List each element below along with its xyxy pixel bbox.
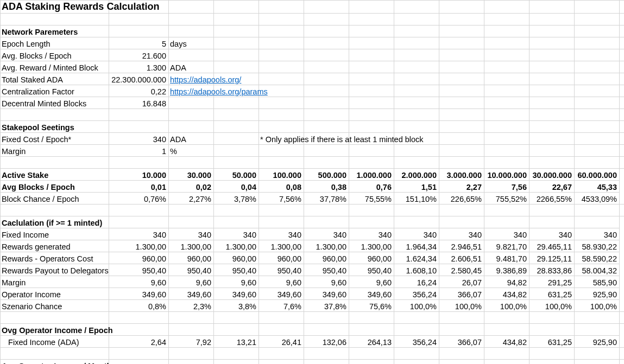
param-value: 1 — [109, 145, 169, 157]
empty-cell — [484, 37, 530, 49]
cell-value — [349, 216, 394, 228]
empty-cell — [620, 97, 625, 109]
empty-cell — [620, 121, 625, 133]
cell-value: 349,60 — [349, 288, 394, 300]
cell-value: 960,00 — [349, 252, 394, 264]
empty-cell — [259, 109, 304, 121]
empty-cell — [394, 205, 439, 216]
cell-value — [530, 216, 575, 228]
cell-value — [109, 324, 169, 336]
cell-value: 2,27% — [169, 193, 214, 205]
empty-cell — [304, 49, 349, 61]
cell-value: 26,07 — [439, 276, 484, 288]
empty-cell — [530, 121, 575, 133]
cell-value — [394, 324, 439, 336]
empty-cell — [575, 97, 620, 109]
param-value: 5 — [109, 37, 169, 49]
cell-value: 960,00 — [214, 252, 259, 264]
empty-cell — [169, 25, 214, 37]
empty-cell — [259, 157, 304, 169]
empty-cell — [620, 1, 625, 14]
empty-cell — [169, 348, 214, 360]
cell-value: 28.833,86 — [530, 264, 575, 276]
cell-value — [304, 324, 349, 336]
cell-value: 9.386,89 — [484, 264, 530, 276]
cell-value — [439, 324, 484, 336]
empty-cell — [484, 14, 530, 25]
row-label: Rewards Payout to Delegators — [1, 264, 109, 276]
empty-cell — [259, 348, 304, 360]
param-value: 1.300 — [109, 61, 169, 73]
stake-col-header: 500.000 — [304, 169, 349, 181]
cell-value: 26,41 — [259, 336, 304, 348]
cell-value: 100,0% — [575, 300, 620, 312]
cell-value: 0,76% — [109, 193, 169, 205]
empty-cell — [304, 14, 349, 25]
cell-value: 340 — [259, 228, 304, 240]
empty-cell — [349, 61, 394, 73]
empty-cell — [484, 133, 530, 145]
empty-cell — [1, 157, 109, 169]
cell-value: 7,56 — [484, 181, 530, 193]
cell-value — [394, 216, 439, 228]
empty-cell — [575, 14, 620, 25]
cell-value: 340 — [304, 228, 349, 240]
empty-cell — [109, 348, 169, 360]
empty-cell — [109, 121, 169, 133]
cell-value: 3,78% — [214, 193, 259, 205]
empty-cell — [484, 1, 530, 14]
empty-cell — [394, 85, 439, 97]
cell-value: 950,40 — [109, 264, 169, 276]
empty-cell — [214, 37, 259, 49]
param-link[interactable]: https://adapools.org/params — [169, 85, 214, 97]
empty-cell — [1, 14, 109, 25]
cell-value: 925,90 — [575, 288, 620, 300]
cell-value: 1.300,00 — [214, 240, 259, 252]
cell-value: 1.964,34 — [394, 240, 439, 252]
empty-cell — [259, 97, 304, 109]
param-unit: % — [169, 145, 214, 157]
cell-value: 2266,55% — [530, 193, 575, 205]
empty-cell — [575, 25, 620, 37]
empty-cell — [349, 145, 394, 157]
empty-cell — [484, 25, 530, 37]
stake-col-header: 30.000.000 — [530, 169, 575, 181]
cell-value: 9,60 — [259, 276, 304, 288]
cell-value: 366,07 — [439, 336, 484, 348]
empty-cell — [169, 1, 214, 14]
empty-cell — [575, 61, 620, 73]
empty-cell — [349, 49, 394, 61]
empty-cell — [1, 205, 109, 216]
cell-value: 1.300,00 — [259, 240, 304, 252]
empty-cell — [259, 61, 304, 73]
cell-value: 0,08 — [259, 181, 304, 193]
empty-cell — [304, 97, 349, 109]
empty-cell — [109, 312, 169, 324]
empty-cell — [620, 25, 625, 37]
empty-cell — [620, 145, 625, 157]
empty-cell — [575, 157, 620, 169]
cell-value: 2.946,51 — [439, 240, 484, 252]
empty-cell — [530, 25, 575, 37]
page-title: ADA Staking Rewards Calculation — [1, 1, 109, 14]
empty-cell — [439, 121, 484, 133]
empty-cell — [439, 14, 484, 25]
empty-cell — [349, 121, 394, 133]
stake-col-header: 10.000.000 — [484, 169, 530, 181]
param-label: Avg. Blocks / Epoch — [1, 49, 109, 61]
stake-col-header: 3.000.000 — [439, 169, 484, 181]
empty-cell — [530, 133, 575, 145]
param-unit — [169, 97, 214, 109]
cell-value: 960,00 — [304, 252, 349, 264]
empty-cell — [620, 73, 625, 85]
empty-cell — [439, 109, 484, 121]
param-unit: ADA — [169, 133, 214, 145]
empty-cell — [349, 312, 394, 324]
empty-cell — [304, 1, 349, 14]
param-link[interactable]: https://adapools.org/ — [169, 73, 214, 85]
empty-cell — [620, 348, 625, 360]
empty-cell — [530, 1, 575, 14]
empty-cell — [394, 73, 439, 85]
cell-value: 356,24 — [394, 336, 439, 348]
cell-value: 960,00 — [169, 252, 214, 264]
